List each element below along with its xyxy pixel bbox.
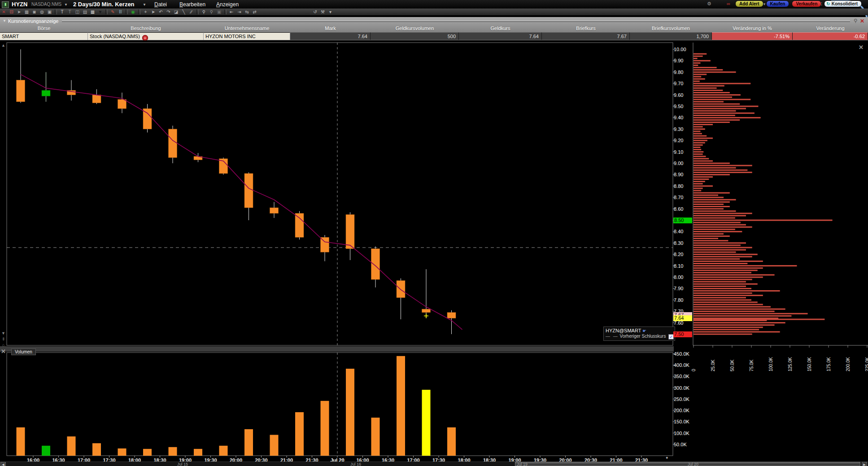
candle (447, 313, 456, 318)
text-small-icon[interactable]: T (66, 9, 74, 15)
zoom-in-icon[interactable]: ⚲ (200, 9, 208, 15)
chart-legend[interactable]: HYZN@SMART ☛ — — Vorheriger Schlusskurs … (603, 327, 675, 341)
collapse-icon[interactable]: ▼ (3, 19, 6, 23)
crosshair-icon[interactable]: + (142, 9, 149, 15)
snapshot-icon[interactable]: ▣ (46, 9, 53, 15)
grid-icon[interactable]: ▦ (23, 9, 31, 15)
quote-row[interactable]: SMART Stock (NASDAQ.NMS)• HYZON MOTORS I… (0, 32, 868, 40)
panel-close-icon[interactable]: ✕ (860, 18, 864, 24)
scrollbar-right-arrow-icon[interactable]: ▶ (862, 462, 867, 466)
volume-profile-bar (694, 226, 752, 228)
pan-left-icon[interactable]: ⇥ (236, 9, 243, 15)
close-icon[interactable]: ✕ (0, 9, 8, 15)
scrollbar-date-label: Jul 19 (517, 462, 528, 466)
dice-icon[interactable]: ⚄ (8, 9, 15, 15)
volume-profile-bar (694, 229, 735, 230)
wrench-icon[interactable]: ⚒ (319, 9, 327, 15)
cell-geldkursvolumen[interactable]: 500 (371, 32, 459, 40)
consolidated-button[interactable]: ↻Konsolidiert (824, 0, 862, 7)
volume-profile-bar (694, 124, 713, 125)
cell-boerse[interactable]: SMART (0, 32, 88, 40)
pan-end-icon[interactable]: ⇄ (251, 9, 258, 15)
paint-bucket-icon[interactable]: ◙ (31, 9, 38, 15)
pan-swap-icon[interactable]: ⇆ (243, 9, 251, 15)
buy-button[interactable]: Kaufen (766, 0, 789, 7)
timeframe-dropdown-icon[interactable]: ▼ (143, 3, 146, 7)
col-veraenderung-pct[interactable]: Veränderung in % (712, 25, 793, 32)
col-geldkursvolumen[interactable]: Geldkursvolumen (371, 25, 459, 32)
chart-canvas[interactable]: 10.009.909.809.709.609.509.409.309.209.1… (0, 40, 868, 466)
channel-icon[interactable]: ∕∕ (188, 9, 195, 15)
cell-unternehmensname[interactable]: HYZON MOTORS INC (204, 32, 290, 40)
volume-profile-bar (694, 113, 755, 114)
area-chart-icon[interactable]: ▤ (81, 9, 89, 15)
cell-geldkurs[interactable]: 7.64 (459, 32, 542, 40)
redo-icon[interactable]: ↷ (165, 9, 172, 15)
cursor-icon[interactable]: ➤ (149, 9, 157, 15)
trendline-icon[interactable]: ╲ (180, 9, 188, 15)
cell-mark[interactable]: 7.64 (290, 32, 371, 40)
symbol-label[interactable]: HYZN (12, 1, 27, 8)
volume-profile-bar (694, 140, 707, 141)
expand-pane-icon[interactable]: ⇕ (1, 337, 6, 341)
link-icon[interactable]: ∞ (727, 1, 730, 6)
pencil-icon[interactable]: ✎ (109, 9, 117, 15)
histogram-icon[interactable]: ǁǀ (117, 9, 124, 15)
undo-icon[interactable]: ↶ (157, 9, 165, 15)
volume-profile-bar (694, 142, 705, 144)
col-geldkurs[interactable]: Geldkurs (459, 25, 542, 32)
cell-veraenderung[interactable]: -0.62 (793, 32, 868, 40)
profile-panel-close-icon[interactable]: ✕ (859, 44, 864, 51)
volume-profile-bar (694, 256, 752, 257)
menu-bearbeiten[interactable]: Bearbeiten (179, 1, 205, 8)
settings-gear-icon[interactable]: ⚙ (707, 1, 711, 7)
symbol-dropdown-icon[interactable]: ▼ (64, 3, 68, 7)
col-veraenderung[interactable]: Veränderung (793, 25, 868, 32)
scroll-up-icon[interactable]: ▲ (1, 43, 6, 48)
insert-chart-icon[interactable]: ◪ (172, 9, 180, 15)
col-briefkursvolumen[interactable]: Briefkursvolumen (630, 25, 712, 32)
col-boerse[interactable]: Börse (0, 25, 88, 32)
price-tick-label: 9.60 (674, 92, 683, 98)
volume-profile-bar (694, 224, 746, 226)
cell-beschreibung[interactable]: Stock (NASDAQ.NMS)• (88, 32, 204, 40)
timeframe-label[interactable]: 2 Days/30 Min. Kerzen (73, 1, 135, 8)
pointer-icon[interactable]: ➤ (15, 9, 23, 15)
col-mark[interactable]: Mark (290, 25, 371, 32)
cell-veraenderung-pct[interactable]: -7.51% (712, 32, 793, 40)
candle-chart-icon[interactable]: ◫ (74, 9, 81, 15)
chart-type-dropdown-icon[interactable]: ▼ (96, 9, 104, 15)
globe-icon[interactable]: ◍ (38, 9, 46, 15)
tools-dropdown-icon[interactable]: ▾ (327, 9, 334, 15)
col-beschreibung[interactable]: Beschreibung (88, 25, 204, 32)
volume-bar (92, 443, 101, 456)
home-view-icon[interactable]: ⌂ (1, 343, 6, 347)
zoom-out-icon[interactable]: ⚲ (208, 9, 215, 15)
cash-icon[interactable]: ◉ (129, 9, 137, 15)
pan-start-icon[interactable]: ⇤ (228, 9, 236, 15)
col-briefkurs[interactable]: Briefkurs (542, 25, 630, 32)
scroll-down-icon[interactable]: ▼ (1, 331, 6, 335)
scrollbar-left-arrow-icon[interactable]: ◀ (0, 462, 6, 466)
add-alert-button[interactable]: Add Alert (735, 0, 763, 7)
price-tick-label: 8.70 (674, 195, 683, 200)
menu-anzeigen[interactable]: Anzeigen (216, 1, 239, 8)
zoom-box-icon[interactable]: ▣ (215, 9, 223, 15)
cell-briefkurs[interactable]: 7.67 (542, 32, 630, 40)
col-unternehmensname[interactable]: Unternehmensname (204, 25, 290, 32)
cell-briefkursvolumen[interactable]: 1,700 (630, 32, 712, 40)
volume-pane-close-icon[interactable]: ✕ (1, 348, 6, 355)
volume-profile-bar (694, 208, 724, 209)
layout-grid-icon[interactable]: ▦ (89, 9, 96, 15)
volume-pane-label[interactable]: Volumen (11, 348, 36, 355)
volume-profile-bar (694, 92, 730, 93)
menu-datei[interactable]: Datei (154, 1, 167, 8)
panel-pin-icon[interactable]: ⚲ (854, 18, 857, 24)
text-large-icon[interactable]: T (58, 9, 66, 15)
sell-button[interactable]: Verkaufen (792, 0, 821, 7)
time-range-scrollbar[interactable]: ◀ ▶ Jul 15Jul 16Jul 19Jul 20 (0, 462, 868, 466)
volume-pane (7, 353, 673, 456)
volume-profile-bar (694, 304, 763, 305)
reload-icon[interactable]: ↺ (311, 9, 319, 15)
volume-bar (295, 412, 304, 456)
